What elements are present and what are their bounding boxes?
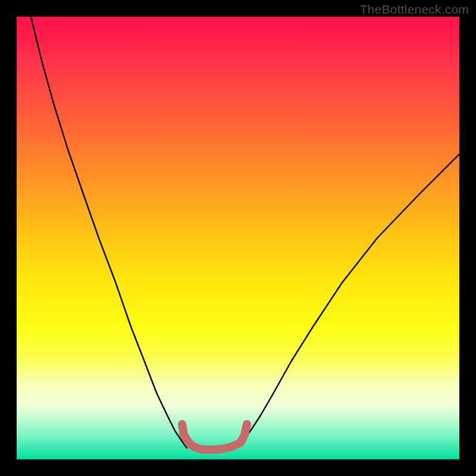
plot-area (17, 17, 459, 459)
curve-right (236, 154, 459, 448)
chart-svg (17, 17, 459, 459)
curve-left (31, 17, 187, 448)
chart-frame: TheBottleneck.com (0, 0, 476, 476)
bottom-highlight (182, 424, 247, 450)
watermark-text: TheBottleneck.com (360, 2, 469, 17)
